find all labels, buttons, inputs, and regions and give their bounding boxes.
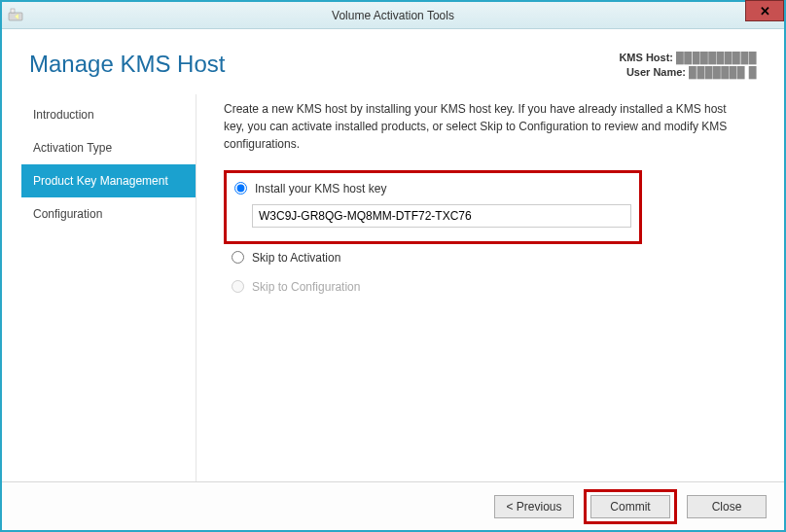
sidebar: Introduction Activation Type Product Key… [21,94,196,481]
radio-skip-config-label: Skip to Configuration [252,280,360,294]
host-info: KMS Host: ██████████ User Name: ███████ … [619,51,757,81]
window-title: Volume Activation Tools [332,9,454,22]
skip-activation-section: Skip to Activation [224,244,755,277]
install-key-section: Install your KMS host key [224,170,642,244]
content-panel: Create a new KMS host by installing your… [196,94,765,481]
previous-button[interactable]: < Previous [494,495,574,518]
close-window-button[interactable]: ✕ [745,0,784,21]
radio-skip-activation-input[interactable] [232,251,244,264]
user-name-value: ███████ █ [689,66,757,78]
radio-skip-config-input [232,280,244,293]
footer: < Previous Commit Close [2,481,784,530]
sidebar-item-introduction[interactable]: Introduction [21,98,196,131]
sidebar-item-label: Activation Type [33,141,112,155]
user-name-label: User Name: [626,66,686,78]
titlebar: Volume Activation Tools ✕ [2,2,784,29]
radio-skip-activation[interactable]: Skip to Activation [230,248,747,267]
sidebar-item-label: Configuration [33,207,102,221]
svg-rect-1 [11,9,15,13]
close-icon: ✕ [760,4,770,18]
page-title: Manage KMS Host [29,51,225,78]
app-icon [8,7,23,22]
sidebar-item-product-key-management[interactable]: Product Key Management [21,164,196,197]
close-button[interactable]: Close [687,495,767,518]
sidebar-item-label: Introduction [33,108,94,122]
kms-host-label: KMS Host: [619,52,673,63]
radio-skip-config: Skip to Configuration [230,277,747,297]
sidebar-item-activation-type[interactable]: Activation Type [21,131,196,164]
header: Manage KMS Host KMS Host: ██████████ Use… [2,29,784,81]
sidebar-item-label: Product Key Management [33,174,168,188]
sidebar-item-configuration[interactable]: Configuration [21,197,196,231]
app-window: Volume Activation Tools ✕ Manage KMS Hos… [0,0,786,532]
commit-button[interactable]: Commit [590,495,670,518]
radio-install-key-input[interactable] [234,182,247,195]
commit-highlight: Commit [584,489,677,524]
radio-install-key[interactable]: Install your KMS host key [232,179,631,198]
skip-config-section: Skip to Configuration [224,277,755,306]
kms-host-value: ██████████ [676,52,757,63]
body: Introduction Activation Type Product Key… [2,81,784,481]
radio-skip-activation-label[interactable]: Skip to Activation [252,251,340,265]
radio-install-key-label[interactable]: Install your KMS host key [255,182,386,195]
kms-host-key-input[interactable] [252,204,631,228]
description: Create a new KMS host by installing your… [224,100,749,153]
